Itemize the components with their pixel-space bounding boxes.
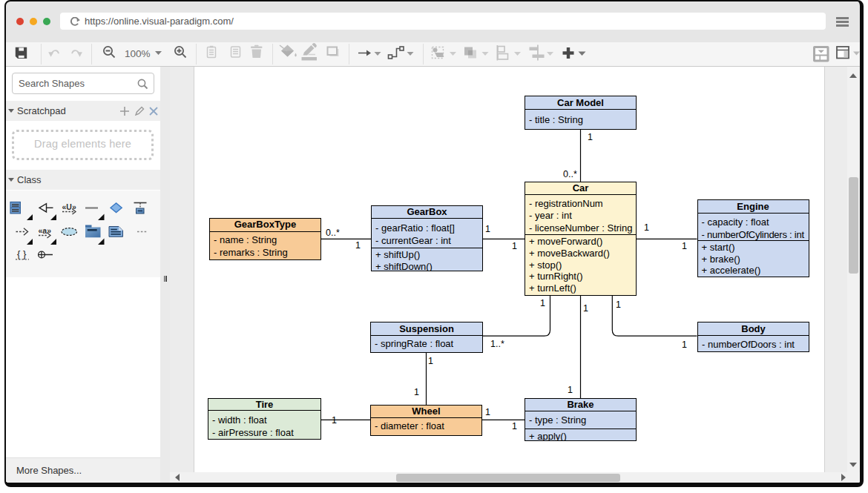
svg-text:«a»: «a» [39,226,52,235]
svg-text:{ }: { } [17,248,27,259]
